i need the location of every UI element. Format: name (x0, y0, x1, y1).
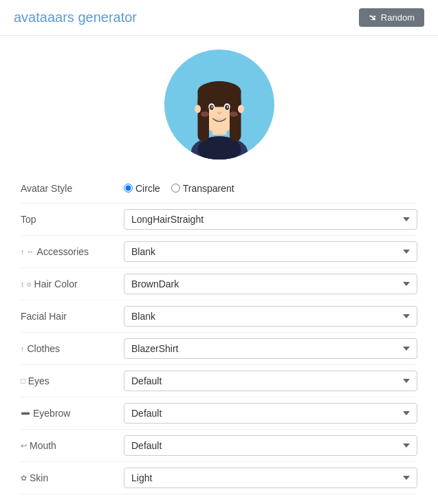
facial-hair-select[interactable]: BlankBeardMediumBeardLightBeardMagesticM… (124, 306, 417, 327)
svg-point-8 (195, 105, 201, 113)
svg-point-17 (230, 111, 238, 117)
svg-point-15 (226, 106, 228, 107)
eyes-icon: □ (21, 377, 25, 385)
skin-row: ✿ SkinTannedYellowPaleLightBrownDarkBrow… (21, 462, 417, 494)
random-icon (369, 14, 377, 22)
eyes-input-wrap: CloseCryDefaultDizzyEyeRollHappyHeartsSi… (124, 371, 417, 391)
hair-color-label: ↕ ⌾ Hair Color (21, 278, 124, 289)
eyebrow-select[interactable]: AngryAngryNaturalDefaultDefaultNaturalFl… (124, 403, 417, 424)
clothes-icon: ↑ (21, 344, 25, 353)
hair-color-icon: ↕ ⌾ (21, 280, 32, 288)
clothes-label: ↑ Clothes (21, 343, 124, 354)
controls: Avatar Style Circle Transparent TopNoHai… (0, 166, 438, 504)
accessories-input-wrap: BlankKurtPrescription01Prescription02Rou… (124, 241, 417, 262)
eyes-row: □ EyesCloseCryDefaultDizzyEyeRollHappyHe… (21, 365, 417, 397)
accessories-row: ↑ ↔ AccessoriesBlankKurtPrescription01Pr… (21, 236, 417, 268)
eyebrow-label: ➖ Eyebrow (21, 408, 124, 419)
svg-point-9 (238, 105, 244, 113)
random-button-label: Random (381, 12, 415, 23)
avatar-style-label: Avatar Style (21, 183, 124, 194)
style-transparent-label: Transparent (183, 183, 234, 194)
avatar-style-row: Avatar Style Circle Transparent (21, 173, 417, 204)
skin-select[interactable]: TannedYellowPaleLightBrownDarkBrownBlack (124, 468, 417, 488)
skin-label: ✿ Skin (21, 472, 124, 483)
eyes-label: □ Eyes (21, 375, 124, 386)
avatar-svg (168, 56, 271, 160)
mouth-label: ↩ Mouth (21, 440, 124, 451)
mouth-row: ↩ MouthConcernedDefaultDisbeliefEatingGr… (21, 430, 417, 462)
clothes-row: ↑ ClothesBlazerShirtBlazerSweaterCollarS… (21, 333, 417, 365)
avatar-container (0, 36, 438, 166)
accessories-icon: ↑ ↔ (21, 248, 34, 256)
hair-color-row: ↕ ⌾ Hair ColorAuburnBlackBlondeBlondeGol… (21, 268, 417, 300)
style-circle-label: Circle (135, 183, 160, 194)
eyes-select[interactable]: CloseCryDefaultDizzyEyeRollHappyHeartsSi… (124, 371, 417, 391)
eyebrow-input-wrap: AngryAngryNaturalDefaultDefaultNaturalFl… (124, 403, 417, 424)
eyebrow-row: ➖ EyebrowAngryAngryNaturalDefaultDefault… (21, 397, 417, 430)
clothes-select[interactable]: BlazerShirtBlazerSweaterCollarSweaterGra… (124, 338, 417, 359)
svg-point-14 (211, 106, 212, 107)
skin-icon: ✿ (21, 474, 27, 483)
app-title: avataaars generator (14, 10, 137, 25)
top-label: Top (21, 214, 124, 225)
top-select[interactable]: NoHairEyepatchHatHijabTurbanWinterHat1Wi… (124, 209, 417, 230)
hair-color-select[interactable]: AuburnBlackBlondeBlondeGoldenBrownBrownD… (124, 274, 417, 294)
dynamic-controls: TopNoHairEyepatchHatHijabTurbanWinterHat… (21, 204, 417, 494)
facial-hair-label: Facial Hair (21, 311, 124, 322)
clothes-input-wrap: BlazerShirtBlazerSweaterCollarSweaterGra… (124, 338, 417, 359)
accessories-label: ↑ ↔ Accessories (21, 246, 124, 257)
avatar-preview (164, 50, 274, 160)
facial-hair-input-wrap: BlankBeardMediumBeardLightBeardMagesticM… (124, 306, 417, 327)
top-input-wrap: NoHairEyepatchHatHijabTurbanWinterHat1Wi… (124, 209, 417, 230)
style-circle-option[interactable]: Circle (124, 183, 160, 194)
style-circle-radio[interactable] (124, 184, 133, 193)
mouth-select[interactable]: ConcernedDefaultDisbeliefEatingGrimaceSa… (124, 435, 417, 456)
eyebrow-icon: ➖ (21, 409, 30, 418)
style-transparent-radio[interactable] (171, 184, 180, 193)
svg-point-16 (201, 111, 209, 117)
facial-hair-row: Facial HairBlankBeardMediumBeardLightBea… (21, 300, 417, 333)
top-row: TopNoHairEyepatchHatHijabTurbanWinterHat… (21, 204, 417, 236)
avatar-style-input: Circle Transparent (124, 183, 417, 194)
header: avataaars generator Random (0, 0, 438, 36)
random-button[interactable]: Random (359, 8, 424, 27)
mouth-icon: ↩ (21, 441, 27, 450)
style-transparent-option[interactable]: Transparent (171, 183, 234, 194)
mouth-input-wrap: ConcernedDefaultDisbeliefEatingGrimaceSa… (124, 435, 417, 456)
hair-color-input-wrap: AuburnBlackBlondeBlondeGoldenBrownBrownD… (124, 274, 417, 294)
svg-rect-7 (197, 91, 241, 107)
skin-input-wrap: TannedYellowPaleLightBrownDarkBrownBlack (124, 468, 417, 488)
accessories-select[interactable]: BlankKurtPrescription01Prescription02Rou… (124, 241, 417, 262)
